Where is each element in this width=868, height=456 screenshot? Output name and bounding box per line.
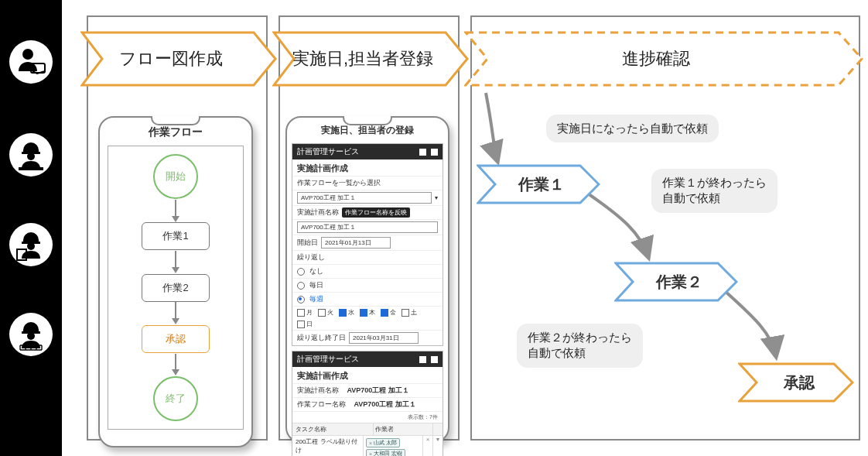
phone2-title: 実施日、担当者の登録 — [292, 124, 443, 137]
svg-point-0 — [22, 49, 33, 60]
start-date-input[interactable]: 2021年01月13日 — [321, 237, 391, 249]
task-list-card: 計画管理サービス 実施計画作成 実施計画名称 AVP700工程 加工１ 作業フロ… — [292, 351, 443, 456]
role-planner-icon — [9, 40, 53, 84]
assignee-tag[interactable]: 山武 太郎 — [366, 438, 400, 447]
repeat-label: 繰り返し — [292, 250, 443, 264]
header-3-label: 進捗確認 — [464, 31, 848, 87]
plan-name-input[interactable]: AVP700工程 加工１ — [297, 221, 438, 233]
callout-auto-request-1: 作業１が終わったら自動で依頼 — [651, 169, 777, 213]
plan-form-card: 計画管理サービス 実施計画作成 作業フローを一覧から選択 AVP700工程 加工… — [292, 143, 443, 346]
remove-row-icon[interactable]: × — [422, 436, 432, 456]
user-icon[interactable] — [431, 356, 438, 363]
task-row: 200工程 ラベル貼り付け山武 太郎大和田 宏樹×▾ — [292, 435, 443, 456]
form-header: 計画管理サービス — [297, 146, 359, 157]
apply-flow-name-button[interactable]: 作業フロー名称を反映 — [342, 207, 410, 218]
phone1-title: 作業フロー — [108, 125, 244, 139]
weekday-月[interactable]: 月 — [297, 308, 313, 317]
flow-end: 終了 — [153, 376, 198, 421]
weekday-金[interactable]: 金 — [381, 308, 396, 317]
callout-auto-request-0: 実施日になったら自動で依頼 — [546, 115, 719, 142]
header-1-label: フロー図作成 — [80, 31, 261, 87]
flow-select[interactable]: AVP700工程 加工１ — [297, 192, 432, 204]
row-menu-icon[interactable]: ▾ — [432, 436, 443, 456]
flow-step-1: 作業1 — [142, 222, 210, 250]
phone-register: 実施日、担当者の登録 計画管理サービス 実施計画作成 作業フローを一覧から選択 … — [285, 116, 449, 443]
svg-point-3 — [27, 153, 35, 160]
repeat-daily-radio[interactable] — [297, 282, 305, 290]
weekday-木[interactable]: 木 — [360, 308, 375, 317]
home-icon[interactable] — [419, 149, 426, 156]
repeat-none-radio[interactable] — [297, 268, 305, 276]
assignee-tag[interactable]: 大和田 宏樹 — [366, 449, 405, 456]
svg-rect-4 — [19, 167, 43, 170]
approve-chevron: 承認 — [738, 362, 854, 403]
flow-start: 開始 — [153, 154, 198, 199]
weekday-水[interactable]: 水 — [339, 308, 354, 317]
svg-point-6 — [27, 242, 35, 250]
role-worker2-icon — [9, 223, 53, 266]
header-2-label: 実施日,担当者登録 — [272, 31, 453, 87]
flow-approve: 承認 — [142, 325, 210, 353]
end-date-input[interactable]: 2021年03月31日 — [349, 332, 419, 344]
form-title: 実施計画作成 — [292, 159, 443, 176]
weekday-row: 月火水木金土日 — [292, 306, 443, 330]
user-icon[interactable] — [431, 149, 438, 156]
flow-select-label: 作業フローを一覧から選択 — [292, 176, 443, 190]
role-worker1-icon — [9, 133, 53, 177]
header-arrow-1: フロー図作成 — [80, 31, 277, 87]
callout-auto-request-2: 作業２が終わったら自動で依頼 — [517, 324, 643, 368]
role-approver-icon — [9, 313, 53, 356]
header-arrow-2: 実施日,担当者登録 — [272, 31, 469, 87]
header-arrow-3: 進捗確認 — [464, 31, 863, 87]
task-count: 表示数：7件 — [292, 411, 443, 423]
repeat-weekly-radio[interactable] — [297, 296, 305, 303]
phone-flow: 作業フロー 開始 作業1 作業2 承認 終了 — [98, 116, 253, 447]
svg-point-9 — [27, 332, 35, 340]
task-2-chevron: 作業２ — [614, 262, 738, 302]
home-icon[interactable] — [419, 356, 426, 363]
weekday-火[interactable]: 火 — [318, 308, 333, 317]
task-1-chevron: 作業１ — [477, 164, 600, 204]
weekday-土[interactable]: 土 — [402, 308, 417, 317]
weekday-日[interactable]: 日 — [297, 320, 313, 328]
flow-step-2: 作業2 — [142, 274, 210, 302]
role-icon-bar — [0, 0, 62, 456]
